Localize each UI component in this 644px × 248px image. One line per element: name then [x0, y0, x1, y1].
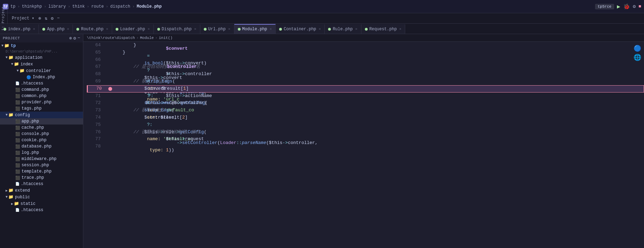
breakpoint-indicator [108, 87, 112, 91]
sidebar-header: Project ⊕ ⚙ − [0, 34, 83, 42]
run-config-badge[interactable]: tp5rce [595, 4, 614, 9]
tab-rule-php[interactable]: Rule.php × [325, 24, 361, 34]
tree-file-template-php[interactable]: ⬛ template.php [0, 168, 83, 175]
toolbar: 1: Project Project ▾ ⊕ ⇅ ⚙ − [0, 13, 644, 24]
tab-container-php[interactable]: Container.php × [276, 24, 325, 34]
sidebar-title: Project [3, 36, 68, 40]
tab-dot [365, 28, 368, 31]
tab-dot [279, 28, 282, 31]
tree-folder-extend[interactable]: ▶ 📁 extend [0, 187, 83, 194]
tab-index-php[interactable]: index.php × [0, 24, 39, 34]
add-icon[interactable]: ⊕ [69, 35, 72, 41]
tab-app-php[interactable]: App.php × [39, 24, 73, 34]
tab-close[interactable]: × [270, 27, 272, 31]
browser-icons: 🔵 🌐 [634, 45, 641, 61]
run-button[interactable]: ▶ [617, 3, 620, 10]
tab-dot [328, 28, 331, 31]
tab-request-php[interactable]: Request.php × [361, 24, 405, 34]
tree-folder-application[interactable]: ▼ 📁 application [0, 54, 83, 61]
add-icon[interactable]: ⊕ [37, 15, 43, 22]
tree-file-htaccess-2[interactable]: 📄 .htaccess [0, 181, 83, 187]
tab-dot [204, 28, 207, 31]
tab-close[interactable]: × [106, 27, 108, 31]
tree-file-index-php[interactable]: 🔵 Index.php [0, 74, 83, 80]
project-panel-label[interactable]: 1: Project [1, 6, 5, 31]
settings-icon[interactable]: ⚙ [73, 35, 76, 41]
tree-root-tp[interactable]: ▼ 📁 tp [0, 42, 83, 49]
tab-close[interactable]: × [399, 27, 402, 31]
tree-file-htaccess-1[interactable]: 📄 .htaccess [0, 80, 83, 87]
tab-close[interactable]: × [33, 27, 35, 31]
tab-close[interactable]: × [319, 27, 321, 31]
tree-file-command-php[interactable]: ⬛ command.php [0, 87, 83, 93]
main-area: Project ⊕ ⚙ − ▼ 📁 tp D:\Server\phpstudy\… [0, 34, 644, 248]
breadcrumb-file: Module.php [137, 4, 162, 9]
code-editor[interactable]: 64 } 65 } 66 67 [83, 42, 644, 248]
settings-icon[interactable]: ⚙ [50, 15, 55, 22]
tree-file-middleware-php[interactable]: ⬛ middleware.php [0, 156, 83, 162]
tab-close[interactable]: × [355, 27, 358, 31]
tree-folder-static[interactable]: ▶ 📁 static [0, 200, 83, 207]
tab-close[interactable]: × [148, 27, 150, 31]
close-button[interactable]: ■ [638, 4, 641, 9]
minimize-icon[interactable]: − [77, 35, 80, 41]
tree-root-path: D:\Server\phpstudy\PHP... [0, 49, 83, 54]
sidebar: Project ⊕ ⚙ − ▼ 📁 tp D:\Server\phpstudy\… [0, 34, 83, 248]
tree-file-database-php[interactable]: ⬛ database.php [0, 143, 83, 150]
tab-dot [116, 28, 118, 31]
breadcrumb-dispatch: dispatch [110, 4, 131, 9]
debug-button[interactable]: 🐞 [623, 3, 630, 10]
tab-dot [157, 28, 160, 31]
sync-icon[interactable]: ⇅ [43, 15, 49, 22]
breadcrumb-route: route [91, 4, 104, 9]
tab-module-php[interactable]: Module.php × [234, 24, 276, 34]
breadcrumb-think: think [72, 4, 85, 9]
tab-loader-php[interactable]: Loader.php × [112, 24, 154, 34]
tree-file-session-php[interactable]: ⬛ session.php [0, 162, 83, 168]
tree-file-cache-php[interactable]: ⬛ cache.php [0, 125, 83, 131]
tab-dot [76, 28, 79, 31]
tab-close[interactable]: × [67, 27, 69, 31]
tabs-bar: index.php × App.php × Route.php × Loader… [0, 24, 644, 34]
breadcrumb-thinkphp: thinkphp [22, 4, 42, 9]
minimize-icon[interactable]: − [56, 15, 61, 22]
tab-route-php[interactable]: Route.php × [73, 24, 112, 34]
chrome-icon[interactable]: 🔵 [634, 45, 641, 52]
tab-dot [238, 28, 241, 31]
tree-folder-config[interactable]: ▼ 📁 config [0, 112, 83, 118]
tree-file-common-php[interactable]: ⬛ common.php [0, 93, 83, 99]
tree-folder-controller[interactable]: ▼ 📁 controller [0, 67, 83, 74]
code-line-78: 78 ->setController(Loader::parseName($th… [87, 143, 644, 150]
code-line-74: 74 $this->actionName = strip_tags( str: … [87, 114, 644, 121]
tree-folder-public[interactable]: ▼ 📁 public [0, 194, 83, 200]
editor-area: \think\route\dispatch › Module › init() … [83, 34, 644, 248]
tree-file-console-php[interactable]: ⬛ console.php [0, 131, 83, 137]
tree-file-tags-php[interactable]: ⬛ tags.php [0, 105, 83, 112]
tab-dot [42, 28, 45, 31]
project-button[interactable]: Project ▾ [10, 15, 36, 22]
tab-close[interactable]: × [228, 27, 231, 31]
editor-breadcrumb: \think\route\dispatch › Module › init() [83, 34, 644, 42]
tab-close[interactable]: × [194, 27, 196, 31]
tab-dispatch-php[interactable]: Dispatch.php × [154, 24, 200, 34]
tree-file-app-php[interactable]: ⬛ app.php [0, 118, 83, 125]
tree-file-cookie-php[interactable]: ⬛ cookie.php [0, 137, 83, 143]
tree-file-provider-php[interactable]: ⬛ provider.php [0, 99, 83, 105]
code-line-75: 75 [87, 121, 644, 129]
tree-file-trace-php[interactable]: ⬛ trace.php [0, 175, 83, 181]
breadcrumb-tp: tp [10, 4, 15, 9]
code-container[interactable]: 64 } 65 } 66 67 [83, 42, 644, 248]
edge-icon[interactable]: 🌐 [634, 54, 641, 61]
tree-folder-index[interactable]: ▼ 📁 index [0, 61, 83, 67]
tree-file-htaccess-3[interactable]: 📄 .htaccess [0, 207, 83, 213]
settings-button[interactable]: ⚙ [633, 3, 636, 9]
tab-url-php[interactable]: Url.php × [200, 24, 234, 34]
tree-file-log-php[interactable]: ⬛ log.php [0, 150, 83, 156]
title-bar: tp tp › thinkphp › library › think › rou… [0, 0, 644, 13]
breadcrumb-library: library [48, 4, 66, 9]
title-controls: tp5rce ▶ 🐞 ⚙ ■ [595, 3, 642, 10]
